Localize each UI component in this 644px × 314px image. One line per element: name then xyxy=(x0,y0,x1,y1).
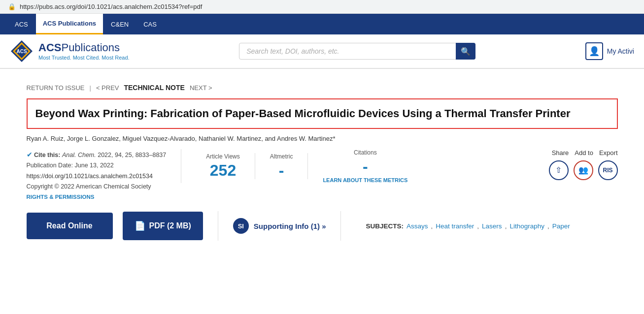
altmetric-value: - xyxy=(270,162,293,179)
people-icon: 👥 xyxy=(578,165,588,175)
share-icon: ⇧ xyxy=(555,165,562,175)
doi-line: https://doi.org/10.1021/acs.analchem.2c0… xyxy=(27,171,167,182)
meta-row: ✔ Cite this: Anal. Chem. 2022, 94, 25, 8… xyxy=(27,149,618,203)
search-button[interactable]: 🔍 xyxy=(456,43,475,60)
share-label: Share xyxy=(552,149,569,157)
browser-bar: 🔒 https://pubs.acs.org/doi/10.1021/acs.a… xyxy=(0,0,644,14)
subject-lithography[interactable]: Lithography xyxy=(509,222,544,230)
citations-label: Citations xyxy=(323,149,407,156)
si-badge: SI xyxy=(233,218,249,234)
citation-year-vol: 2022, 94, 25, 8833–8837 xyxy=(98,152,166,158)
top-nav: ACS ACS Publications C&EN CAS xyxy=(0,14,644,34)
si-divider xyxy=(218,211,218,241)
verified-icon: ✔ xyxy=(27,151,33,158)
nav-acs[interactable]: ACS xyxy=(8,14,35,34)
action-icons: ⇧ 👥 RIS xyxy=(549,160,618,180)
nav-acs-publications[interactable]: ACS Publications xyxy=(36,14,103,34)
article-title-box: Beyond Wax Printing: Fabrication of Pape… xyxy=(27,98,618,129)
share-button[interactable]: ⇧ xyxy=(549,160,569,180)
search-area: 🔍 xyxy=(239,43,475,60)
authors: Ryan A. Ruiz, Jorge L. Gonzalez, Miguel … xyxy=(27,135,618,142)
read-online-button[interactable]: Read Online xyxy=(27,213,113,239)
altmetric-label: Altmetric xyxy=(270,153,293,160)
subjects-divider xyxy=(340,211,341,241)
article-nav: RETURN TO ISSUE | < PREV TECHNICAL NOTE … xyxy=(27,84,618,92)
article-views-metric: Article Views 252 xyxy=(191,153,255,179)
subject-lasers[interactable]: Lasers xyxy=(482,222,502,230)
pdf-button[interactable]: 📄 PDF (2 MB) xyxy=(123,212,203,240)
export-label: Export xyxy=(599,149,618,157)
article-type: TECHNICAL NOTE xyxy=(124,84,184,92)
search-input[interactable] xyxy=(239,43,475,60)
citation-block: ✔ Cite this: Anal. Chem. 2022, 94, 25, 8… xyxy=(27,149,167,203)
citations-metric: Citations - LEARN ABOUT THESE METRICS xyxy=(308,149,422,183)
altmetric-metric: Altmetric - xyxy=(255,153,308,179)
logo-area: ACS ACSPublications Most Trusted. Most C… xyxy=(10,39,130,63)
logo-diamond: ACS xyxy=(10,39,34,63)
metrics-block: Article Views 252 Altmetric - Citations … xyxy=(181,149,548,183)
rights-permissions-link[interactable]: RIGHTS & PERMISSIONS xyxy=(27,194,95,200)
next-link[interactable]: NEXT > xyxy=(190,84,212,92)
user-icon: 👤 xyxy=(585,42,603,60)
lock-icon: 🔒 xyxy=(8,3,16,10)
pub-date: Publication Date: June 13, 2022 xyxy=(27,160,167,171)
nav-cen[interactable]: C&EN xyxy=(104,14,136,34)
pdf-icon: 📄 xyxy=(135,220,145,231)
export-icon: RIS xyxy=(603,167,612,174)
cite-label: Cite this: xyxy=(34,152,60,158)
action-labels: Share Add to Export xyxy=(552,149,618,157)
copyright: Copyright © 2022 American Chemical Socie… xyxy=(27,182,167,192)
user-label: My Activi xyxy=(607,47,634,55)
logo-text: ACSPublications Most Trusted. Most Cited… xyxy=(38,41,130,61)
supporting-info-link[interactable]: SI Supporting Info (1) » xyxy=(233,218,326,234)
pdf-label: PDF (2 MB) xyxy=(149,221,191,230)
site-header: ACS ACSPublications Most Trusted. Most C… xyxy=(0,34,644,68)
user-area[interactable]: 👤 My Activi xyxy=(585,42,634,60)
svg-text:ACS: ACS xyxy=(16,49,27,54)
prev-link[interactable]: < PREV xyxy=(96,84,119,92)
add-to-label: Add to xyxy=(575,149,593,157)
article-title: Beyond Wax Printing: Fabrication of Pape… xyxy=(35,106,609,121)
subjects-block: SUBJECTS: Assays, Heat transfer, Lasers,… xyxy=(366,222,570,230)
learn-metrics-link[interactable]: LEARN ABOUT THESE METRICS xyxy=(323,177,407,183)
subject-paper[interactable]: Paper xyxy=(552,222,570,230)
doi-link[interactable]: https://doi.org/10.1021/acs.analchem.2c0… xyxy=(27,173,153,180)
nav-separator-1: | xyxy=(89,84,91,92)
main-content: RETURN TO ISSUE | < PREV TECHNICAL NOTE … xyxy=(12,69,633,251)
subjects-label: SUBJECTS: xyxy=(366,222,404,230)
supporting-info-label: Supporting Info (1) » xyxy=(254,222,326,230)
rights-line: RIGHTS & PERMISSIONS xyxy=(27,192,167,202)
export-button[interactable]: RIS xyxy=(598,160,618,180)
buttons-subjects-row: Read Online 📄 PDF (2 MB) SI Supporting I… xyxy=(27,211,618,241)
citations-value: - xyxy=(323,158,407,175)
add-to-button[interactable]: 👥 xyxy=(574,160,593,180)
tagline: Most Trusted. Most Cited. Most Read. xyxy=(38,55,130,61)
nav-cas[interactable]: CAS xyxy=(136,14,164,34)
search-icon: 🔍 xyxy=(461,47,471,56)
return-to-issue-link[interactable]: RETURN TO ISSUE xyxy=(27,84,85,92)
brand-name: ACSPublications xyxy=(38,41,130,54)
actions-block: Share Add to Export ⇧ 👥 RIS xyxy=(549,149,618,180)
journal: Anal. Chem. xyxy=(62,152,96,158)
article-views-value: 252 xyxy=(206,162,239,179)
url-text: https://pubs.acs.org/doi/10.1021/acs.ana… xyxy=(20,3,202,10)
cite-line: ✔ Cite this: Anal. Chem. 2022, 94, 25, 8… xyxy=(27,149,167,161)
subject-heat-transfer[interactable]: Heat transfer xyxy=(436,222,474,230)
subject-assays[interactable]: Assays xyxy=(407,222,428,230)
article-views-label: Article Views xyxy=(206,153,239,160)
